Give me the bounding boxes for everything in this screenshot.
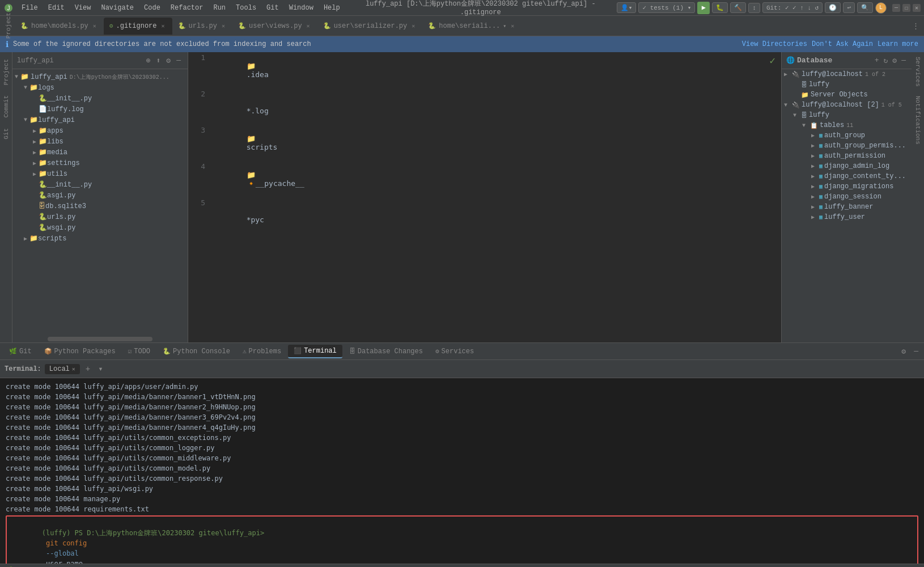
db-conn2[interactable]: ▼ 🔌 luffy@localhost [2] 1 of 5 xyxy=(782,100,912,110)
db-django-admin-log[interactable]: ▶ ▦ django_admin_log xyxy=(782,161,912,171)
sidebar-settings-btn[interactable]: ⚙ xyxy=(164,55,173,66)
terminal-settings-btn[interactable]: ⚙ xyxy=(899,346,908,357)
project-tab[interactable]: Project xyxy=(1,54,11,90)
build-button[interactable]: 🔨 xyxy=(730,2,746,13)
tree-apps[interactable]: ▶ 📁 apps xyxy=(12,125,188,136)
tab-overflow-arrow[interactable]: ▾ xyxy=(503,23,506,29)
learn-more-link[interactable]: Learn more xyxy=(878,40,918,48)
terminal-add-btn[interactable]: + xyxy=(83,365,92,374)
services-tab[interactable]: Services xyxy=(913,52,923,91)
menu-run[interactable]: Run xyxy=(209,3,230,13)
commit-tab[interactable]: Commit xyxy=(1,91,11,122)
menu-help[interactable]: Help xyxy=(319,3,345,13)
db-auth-group-perms[interactable]: ▶ ▦ auth_group_permis... xyxy=(782,141,912,151)
maximize-button[interactable]: ☐ xyxy=(902,4,910,12)
line-content-2[interactable]: *.log xyxy=(211,90,781,124)
db-auth-permission[interactable]: ▶ ▦ auth_permission xyxy=(782,151,912,161)
tree-asgi[interactable]: 🐍 asgi.py xyxy=(12,190,188,201)
db-auth-group[interactable]: ▶ ▦ auth_group xyxy=(782,130,912,141)
db-luffy-user[interactable]: ▶ ▦ luffy_user xyxy=(782,212,912,222)
terminal-content[interactable]: create mode 100644 luffy_api/apps/user/a… xyxy=(0,378,924,564)
tab-home-seriali[interactable]: 🐍 home\seriali... ▾ ✕ xyxy=(422,18,522,35)
tree-libs[interactable]: ▶ 📁 libs xyxy=(12,136,188,147)
profile-button[interactable]: 👤▾ xyxy=(617,2,637,13)
db-django-migrations[interactable]: ▶ ▦ django_migrations xyxy=(782,181,912,192)
tree-logs[interactable]: ▼ 📁 logs xyxy=(12,82,188,93)
db-luffy-schema2[interactable]: ▼ 🗄 luffy xyxy=(782,110,912,120)
tab-close-home-seriali[interactable]: ✕ xyxy=(509,22,516,30)
menu-edit[interactable]: Edit xyxy=(44,3,69,13)
close-button[interactable]: ✕ xyxy=(913,4,921,12)
terminal-minimize-btn[interactable]: — xyxy=(912,346,921,357)
terminal-local-tab[interactable]: Local ✕ xyxy=(45,364,80,374)
db-settings-btn[interactable]: ⚙ xyxy=(891,55,898,66)
menu-navigate[interactable]: Navigate xyxy=(96,3,138,13)
tab-close-models[interactable]: ✕ xyxy=(91,22,98,30)
line-content-5[interactable]: *pyc xyxy=(211,198,781,232)
db-refresh-btn[interactable]: ↻ xyxy=(883,55,889,66)
tab-close-urls[interactable]: ✕ xyxy=(220,22,227,30)
terminal-local-close[interactable]: ✕ xyxy=(72,366,75,373)
python-console-tab[interactable]: 🐍 Python Console xyxy=(157,345,236,358)
tab-close-serializer[interactable]: ✕ xyxy=(410,22,417,30)
tree-settings[interactable]: ▶ 📁 settings xyxy=(12,158,188,168)
tree-init-py1[interactable]: 🐍 __init__.py xyxy=(12,93,188,104)
db-django-content-ty[interactable]: ▶ ▦ django_content_ty... xyxy=(782,171,912,181)
revert-button[interactable]: ↩ xyxy=(843,2,855,13)
db-luffy-schema1[interactable]: 🗄 luffy xyxy=(782,79,912,90)
tree-utils[interactable]: ▶ 📁 utils xyxy=(12,168,188,179)
collapse-all-btn[interactable]: ⬆ xyxy=(154,55,163,66)
line-content-3[interactable]: 📁 scripts xyxy=(211,126,781,160)
history-button[interactable]: 🕐 xyxy=(825,2,841,13)
tab-settings-btn[interactable]: ⋮ xyxy=(910,20,922,32)
search-button[interactable]: 🔍 xyxy=(857,2,873,13)
update-button[interactable]: ↕ xyxy=(748,3,760,13)
tree-root[interactable]: ▼ 📁 luffy_api D:\上海python金牌班\20230302... xyxy=(12,71,188,82)
git-dropdown[interactable]: Git: ✓ ✓ ↑ ↓ ↺ xyxy=(762,2,823,13)
db-luffy-banner[interactable]: ▶ ▦ luffy_banner xyxy=(782,202,912,212)
view-directories-link[interactable]: View Directories xyxy=(742,40,807,48)
services-bottom-tab[interactable]: ⚙ Services xyxy=(430,345,480,358)
tree-luffy-log[interactable]: 📄 luffy.log xyxy=(12,104,188,115)
menu-view[interactable]: View xyxy=(70,3,96,13)
dont-ask-again-link[interactable]: Don't Ask Again xyxy=(812,40,873,48)
git-bottom-tab[interactable]: 🌿 Git xyxy=(3,345,37,358)
menu-tools[interactable]: Tools xyxy=(231,3,261,13)
line-content-1[interactable]: 📁 .idea xyxy=(211,53,781,87)
todo-tab[interactable]: ☑ TODO xyxy=(122,345,156,358)
tree-media[interactable]: ▶ 📁 media xyxy=(12,147,188,158)
python-packages-tab[interactable]: 📦 Python Packages xyxy=(39,345,121,358)
tree-db-sqlite[interactable]: 🗄 db.sqlite3 xyxy=(12,201,188,211)
line-content-4[interactable]: 📁 🔸__pycache__ xyxy=(211,162,781,196)
db-tables-group[interactable]: ▼ 📋 tables 11 xyxy=(782,120,912,130)
db-django-session[interactable]: ▶ ▦ django_session xyxy=(782,192,912,202)
terminal-tab[interactable]: ⬛ Terminal xyxy=(288,345,342,358)
tab-gitignore[interactable]: ⚙ .gitignore ✕ xyxy=(104,18,172,35)
tab-views[interactable]: 🐍 user\views.py ✕ xyxy=(232,18,317,35)
run-button[interactable]: ▶ xyxy=(697,2,710,14)
tab-close-gitignore[interactable]: ✕ xyxy=(160,22,167,30)
tree-wsgi[interactable]: 🐍 wsgi.py xyxy=(12,222,188,233)
tree-urls[interactable]: 🐍 urls.py xyxy=(12,211,188,222)
debug-button[interactable]: 🐛 xyxy=(712,2,728,13)
tab-close-views[interactable]: ✕ xyxy=(305,22,312,30)
tree-scripts[interactable]: ▶ 📁 scripts xyxy=(12,233,188,244)
git-tab[interactable]: Git xyxy=(1,124,11,144)
menu-window[interactable]: Window xyxy=(285,3,318,13)
tests-dropdown[interactable]: ✓ tests (1) ▾ xyxy=(638,2,695,13)
sidebar-scrollbar[interactable] xyxy=(48,337,152,341)
menu-refactor[interactable]: Refactor xyxy=(166,3,208,13)
menu-file[interactable]: File xyxy=(17,3,43,13)
db-add-btn[interactable]: + xyxy=(874,55,880,66)
tab-serializer[interactable]: 🐍 user\serializer.py ✕ xyxy=(317,18,423,35)
menu-git[interactable]: Git xyxy=(262,3,283,13)
menu-code[interactable]: Code xyxy=(139,3,165,13)
db-minimize-btn[interactable]: — xyxy=(900,55,907,66)
problems-tab[interactable]: ⚠ Problems xyxy=(237,345,287,358)
locate-file-btn[interactable]: ⊕ xyxy=(144,55,153,66)
tree-luffy-api[interactable]: ▼ 📁 luffy_api xyxy=(12,115,188,125)
db-server-objects[interactable]: 📁 Server Objects xyxy=(782,90,912,100)
user-avatar[interactable]: L xyxy=(875,2,887,14)
notifications-tab[interactable]: Notifications xyxy=(913,91,923,149)
tree-init-py2[interactable]: 🐍 __init__.py xyxy=(12,179,188,190)
